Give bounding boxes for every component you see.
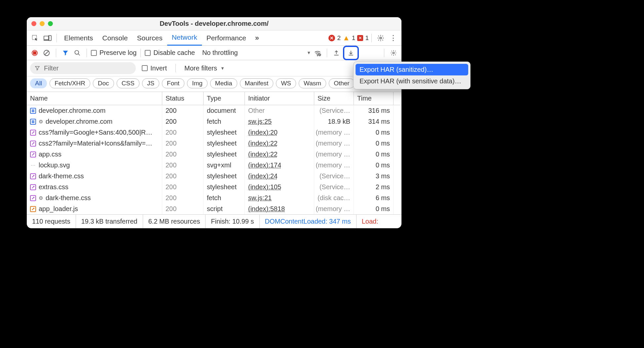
request-size: (Service… <box>314 105 354 116</box>
status-requests: 110 requests <box>27 215 76 228</box>
filter-chip-other[interactable]: Other <box>329 78 355 88</box>
column-header-initiator[interactable]: Initiator <box>245 92 314 105</box>
warning-icon: ▲ <box>343 34 350 42</box>
filter-chip-all[interactable]: All <box>30 78 47 88</box>
request-time: 6 ms <box>354 193 394 203</box>
table-row[interactable]: extras.css200stylesheet(index):105(Servi… <box>27 182 401 193</box>
request-initiator[interactable]: sw.js:21 <box>248 194 272 202</box>
tab-console[interactable]: Console <box>98 30 133 46</box>
throttling-dropdown[interactable]: No throttling <box>202 49 238 57</box>
filter-chip-css[interactable]: CSS <box>117 78 139 88</box>
export-har-menu: Export HAR (sanitized)… Export HAR (with… <box>353 62 471 89</box>
status-domcontentloaded: DOMContentLoaded: 347 ms <box>260 215 357 228</box>
request-initiator: Other <box>248 107 265 114</box>
disable-cache-checkbox[interactable]: Disable cache <box>145 49 195 57</box>
request-status: 200 <box>162 160 204 171</box>
request-initiator[interactable]: (index):105 <box>248 183 281 191</box>
filter-chip-fetch-xhr[interactable]: Fetch/XHR <box>50 78 90 88</box>
network-settings-gear-icon[interactable] <box>388 48 399 58</box>
tab-performance[interactable]: Performance <box>202 30 251 46</box>
svg-point-3 <box>380 37 382 39</box>
table-row[interactable]: ⋯lockup.svg200svg+xml(index):174(memory … <box>27 160 401 171</box>
more-menu-icon[interactable]: ⋮ <box>388 32 399 44</box>
filter-chip-manifest[interactable]: Manifest <box>240 78 274 88</box>
request-name: lockup.svg <box>39 161 70 169</box>
css-file-icon <box>30 184 36 190</box>
request-name: css2?family=Material+Icons&family=… <box>39 140 152 147</box>
filter-chip-doc[interactable]: Doc <box>93 78 114 88</box>
column-header-status[interactable]: Status <box>162 92 204 105</box>
export-har-sanitized[interactable]: Export HAR (sanitized)… <box>356 64 468 75</box>
minimize-window-button[interactable] <box>40 21 45 26</box>
status-transferred: 19.3 kB transferred <box>76 215 143 228</box>
filter-chip-ws[interactable]: WS <box>276 78 296 88</box>
table-row[interactable]: dark-theme.css200stylesheet(index):24(Se… <box>27 171 401 182</box>
table-row[interactable]: app_loader.js200script(index):5818(memor… <box>27 203 401 214</box>
request-size: 18.9 kB <box>314 116 354 127</box>
maximize-window-button[interactable] <box>48 21 53 26</box>
status-bar: 110 requests 19.3 kB transferred 6.2 MB … <box>27 214 401 228</box>
css-file-icon <box>30 152 36 157</box>
search-icon[interactable] <box>72 48 83 58</box>
filter-chip-js[interactable]: JS <box>142 78 159 88</box>
js-file-icon <box>30 206 36 212</box>
request-initiator[interactable]: (index):20 <box>248 129 278 136</box>
import-har-icon[interactable] <box>331 48 342 58</box>
css-file-icon <box>30 130 36 136</box>
filter-chip-font[interactable]: Font <box>162 78 184 88</box>
column-header-time[interactable]: Time <box>354 92 394 105</box>
doc-file-icon <box>30 108 36 114</box>
column-header-type[interactable]: Type <box>204 92 245 105</box>
table-row[interactable]: css2?family=Material+Icons&family=…200st… <box>27 138 401 149</box>
css-file-icon <box>30 141 36 147</box>
request-initiator[interactable]: (index):24 <box>248 172 278 180</box>
request-size: (memory … <box>314 149 354 160</box>
settings-gear-icon[interactable] <box>375 32 386 44</box>
record-button[interactable] <box>29 48 40 58</box>
clear-button[interactable] <box>41 48 52 58</box>
network-conditions-icon[interactable] <box>312 48 323 58</box>
table-row[interactable]: ⚙developer.chrome.com200fetchsw.js:2518.… <box>27 116 401 127</box>
filter-icon[interactable] <box>60 48 71 58</box>
more-tabs-button[interactable]: » <box>251 32 263 44</box>
table-row[interactable]: css?family=Google+Sans:400,500|R…200styl… <box>27 127 401 138</box>
request-name: app_loader.js <box>39 205 78 213</box>
image-file-icon: ⋯ <box>30 163 36 168</box>
more-filters-dropdown[interactable]: More filters▼ <box>184 65 225 72</box>
request-initiator[interactable]: (index):174 <box>248 161 281 169</box>
tab-sources[interactable]: Sources <box>133 30 167 46</box>
filter-chip-img[interactable]: Img <box>187 78 208 88</box>
table-row[interactable]: ⚙dark-theme.css200fetchsw.js:21(disk cac… <box>27 193 401 203</box>
tab-elements[interactable]: Elements <box>59 30 98 46</box>
inspect-element-icon[interactable] <box>29 32 41 44</box>
request-initiator[interactable]: sw.js:25 <box>248 118 272 125</box>
table-row[interactable]: app.css200stylesheet(index):22(memory …0… <box>27 149 401 160</box>
device-toolbar-icon[interactable] <box>42 32 53 44</box>
column-header-size[interactable]: Size <box>314 92 354 105</box>
request-name: developer.chrome.com <box>39 107 105 114</box>
filter-chip-wasm[interactable]: Wasm <box>299 78 326 88</box>
filter-input[interactable]: Filter <box>30 62 136 74</box>
request-name: developer.chrome.com <box>46 118 112 125</box>
status-resources: 6.2 MB resources <box>143 215 206 228</box>
network-toolbar: Preserve log Disable cache No throttling… <box>27 46 401 60</box>
tab-network[interactable]: Network <box>167 30 202 46</box>
close-window-button[interactable] <box>31 21 36 26</box>
request-initiator[interactable]: (index):22 <box>248 151 278 158</box>
invert-checkbox[interactable]: Invert <box>142 65 167 72</box>
export-har-button[interactable] <box>346 48 356 58</box>
table-body: developer.chrome.com200documentOther(Ser… <box>27 105 401 214</box>
window-title: DevTools - developer.chrome.com/ <box>27 20 401 27</box>
svg-point-6 <box>317 55 318 56</box>
request-size: (Service… <box>314 171 354 182</box>
request-initiator[interactable]: (index):5818 <box>248 205 285 213</box>
request-type: document <box>204 105 245 116</box>
preserve-log-checkbox[interactable]: Preserve log <box>91 49 136 57</box>
status-badges[interactable]: ✕ 2 ▲ 1 ✕ 1 <box>328 34 369 42</box>
request-initiator[interactable]: (index):22 <box>248 140 278 147</box>
filter-chip-media[interactable]: Media <box>210 78 237 88</box>
export-har-sensitive[interactable]: Export HAR (with sensitive data)… <box>356 75 468 87</box>
column-header-name[interactable]: Name <box>27 92 162 105</box>
request-name: dark-theme.css <box>39 172 84 180</box>
table-row[interactable]: developer.chrome.com200documentOther(Ser… <box>27 105 401 116</box>
